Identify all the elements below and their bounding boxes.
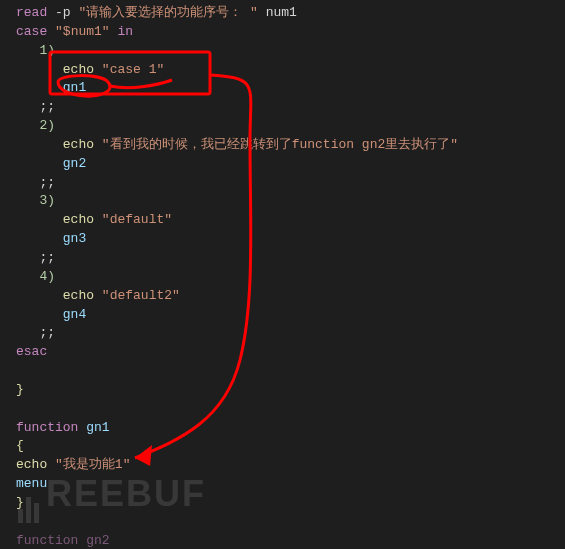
function-call: menu bbox=[16, 476, 47, 491]
case-terminator: ;; bbox=[39, 175, 55, 190]
code-line: echo "看到我的时候，我已经跳转到了function gn2里去执行了" bbox=[16, 136, 565, 155]
case-terminator: ;; bbox=[39, 250, 55, 265]
keyword-esac: esac bbox=[16, 344, 47, 359]
code-line: } bbox=[16, 381, 565, 400]
function-call: gn1 bbox=[63, 80, 86, 95]
code-line: case "$num1" in bbox=[16, 23, 565, 42]
code-line: 2) bbox=[16, 117, 565, 136]
function-call: gn4 bbox=[63, 307, 86, 322]
case-pattern: 3) bbox=[39, 193, 55, 208]
case-pattern: 2) bbox=[39, 118, 55, 133]
code-line: ;; bbox=[16, 98, 565, 117]
code-line: { bbox=[16, 437, 565, 456]
string-literal: "我是功能1" bbox=[55, 457, 130, 472]
string-literal: "请输入要选择的功能序号： " bbox=[78, 5, 257, 20]
code-line: echo "case 1" bbox=[16, 61, 565, 80]
string-literal: "case 1" bbox=[102, 62, 164, 77]
command-echo: echo bbox=[63, 137, 94, 152]
code-line: menu bbox=[16, 475, 565, 494]
code-line: echo "default" bbox=[16, 211, 565, 230]
code-line: 4) bbox=[16, 268, 565, 287]
command-echo: echo bbox=[16, 457, 47, 472]
string-literal: "$num1" bbox=[55, 24, 110, 39]
code-line: read -p "请输入要选择的功能序号： " num1 bbox=[16, 4, 565, 23]
keyword-in: in bbox=[117, 24, 133, 39]
string-literal: "default2" bbox=[102, 288, 180, 303]
blank-line bbox=[16, 400, 565, 419]
function-call: gn3 bbox=[63, 231, 86, 246]
code-line: esac bbox=[16, 343, 565, 362]
command-echo: echo bbox=[63, 62, 94, 77]
code-line: gn1 bbox=[16, 79, 565, 98]
case-pattern: 4) bbox=[39, 269, 55, 284]
code-line-partial: function gn2 bbox=[16, 532, 565, 549]
variable: num1 bbox=[266, 5, 297, 20]
code-line: echo "我是功能1" bbox=[16, 456, 565, 475]
code-line: gn4 bbox=[16, 306, 565, 325]
function-call: gn2 bbox=[63, 156, 86, 171]
code-line: } bbox=[16, 494, 565, 513]
keyword-case: case bbox=[16, 24, 47, 39]
code-line: 3) bbox=[16, 192, 565, 211]
case-terminator: ;; bbox=[39, 325, 55, 340]
flag: -p bbox=[55, 5, 71, 20]
code-line: gn3 bbox=[16, 230, 565, 249]
code-line: 1) bbox=[16, 42, 565, 61]
keyword-function: function bbox=[16, 420, 78, 435]
blank-line bbox=[16, 362, 565, 381]
string-literal: "default" bbox=[102, 212, 172, 227]
code-line: function gn1 bbox=[16, 419, 565, 438]
code-line: ;; bbox=[16, 174, 565, 193]
keyword-read: read bbox=[16, 5, 47, 20]
case-pattern: 1) bbox=[39, 43, 55, 58]
code-line: ;; bbox=[16, 249, 565, 268]
code-line: ;; bbox=[16, 324, 565, 343]
string-literal: "看到我的时候，我已经跳转到了function gn2里去执行了" bbox=[102, 137, 458, 152]
brace: } bbox=[16, 495, 24, 510]
command-echo: echo bbox=[63, 288, 94, 303]
case-terminator: ;; bbox=[39, 99, 55, 114]
command-echo: echo bbox=[63, 212, 94, 227]
code-line: echo "default2" bbox=[16, 287, 565, 306]
code-line: gn2 bbox=[16, 155, 565, 174]
code-editor: read -p "请输入要选择的功能序号： " num1 case "$num1… bbox=[0, 0, 565, 549]
brace: } bbox=[16, 382, 24, 397]
brace: { bbox=[16, 438, 24, 453]
function-name: gn1 bbox=[86, 420, 109, 435]
blank-line bbox=[16, 513, 565, 532]
